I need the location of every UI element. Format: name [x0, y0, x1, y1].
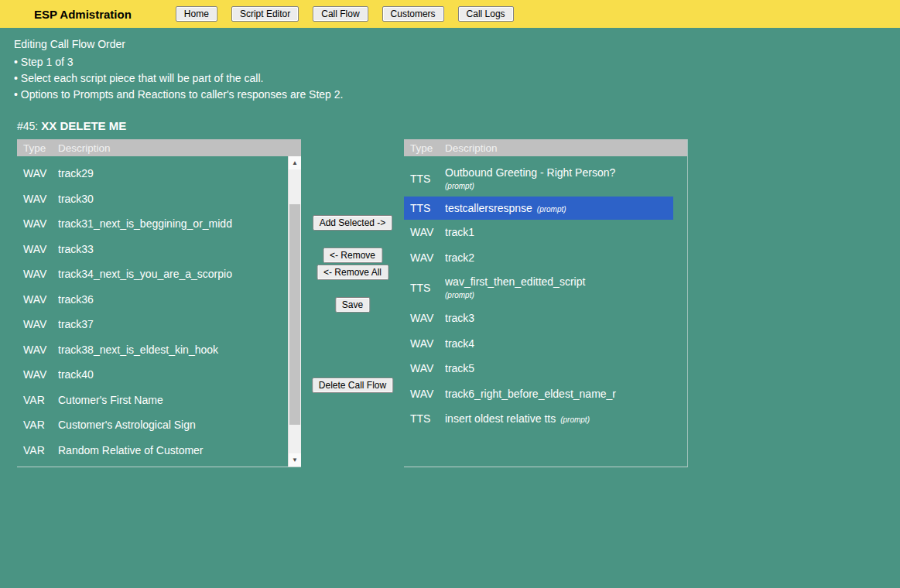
item-description: Random Relative of Customer: [58, 444, 288, 456]
item-type: WAV: [404, 337, 445, 350]
item-description: Outbound Greeting - Right Person?(prompt…: [445, 166, 687, 191]
app-title: ESP Admistration: [34, 8, 132, 21]
scroll-up-button[interactable]: ▲: [289, 156, 301, 169]
prompt-tag: (prompt): [537, 205, 566, 214]
list-item[interactable]: WAVtrack34_next_is_you_are_a_scorpio: [17, 262, 288, 287]
page-heading: Editing Call Flow Order: [14, 38, 900, 50]
arrow-up-icon: ▲: [292, 159, 298, 166]
scrollbar-thumb[interactable]: [289, 204, 300, 425]
list-item[interactable]: VARCutomer's First Name: [17, 388, 288, 413]
list-item[interactable]: WAVtrack3: [404, 306, 687, 331]
item-description: track2: [445, 251, 687, 264]
column-header-description: Description: [58, 142, 301, 154]
list-item[interactable]: WAVtrack40: [17, 362, 288, 388]
item-type: WAV: [17, 167, 58, 179]
item-description: insert oldest relative tts(prompt): [445, 412, 687, 425]
callflow-list-body: TTSOutbound Greeting - Right Person?(pro…: [404, 156, 687, 467]
flow-name: XX DELETE ME: [41, 119, 126, 132]
arrow-down-icon: ▼: [292, 456, 298, 463]
item-description: track37: [58, 318, 288, 330]
page-content: Editing Call Flow Order Step 1 of 3Selec…: [0, 28, 900, 467]
list-item[interactable]: WAVtrack6_right_before_eldest_name_r: [404, 381, 687, 407]
delete-call-flow-button[interactable]: Delete Call Flow: [312, 378, 393, 393]
list-item[interactable]: TTSwav_first_then_editted_script(prompt): [404, 270, 687, 306]
list-item[interactable]: WAVtrack2: [404, 245, 687, 271]
list-item[interactable]: WAVtrack4: [404, 331, 687, 357]
list-item[interactable]: VARCustomer's Astrological Sign: [17, 412, 288, 438]
column-header-type: Type: [404, 142, 445, 154]
list-item[interactable]: WAVtrack31_next_is_beggining_or_midd: [17, 211, 288, 237]
item-type: WAV: [17, 217, 58, 230]
item-description: track38_next_is_eldest_kin_hook: [58, 344, 288, 356]
item-type: WAV: [404, 251, 445, 264]
item-description: track33: [58, 243, 288, 255]
prompt-tag: (prompt): [445, 291, 474, 299]
list-item[interactable]: WAVtrack1: [404, 220, 687, 245]
instruction-item: Options to Prompts and Reactions to call…: [14, 87, 900, 103]
nav-call-logs-button[interactable]: Call Logs: [458, 6, 514, 22]
item-type: VAR: [17, 394, 58, 406]
item-type: WAV: [17, 368, 58, 381]
list-item[interactable]: WAVtrack37: [17, 312, 288, 337]
scroll-down-button[interactable]: ▼: [289, 453, 301, 467]
item-description: track1: [445, 226, 687, 238]
flow-number: #45:: [17, 120, 38, 132]
item-description: track4: [445, 337, 687, 350]
remove-all-button[interactable]: <- Remove All: [317, 265, 388, 280]
item-type: WAV: [17, 268, 58, 280]
prompt-tag: (prompt): [445, 182, 474, 190]
item-description: track5: [445, 362, 687, 374]
callflow-panel: Type Description TTSOutbound Greeting - …: [404, 139, 688, 467]
item-description: wav_first_then_editted_script(prompt): [445, 275, 687, 300]
item-description: testcallersrespnse(prompt): [445, 202, 673, 214]
action-buttons: Add Selected -> <- Remove <- Remove All …: [301, 139, 404, 467]
item-description: Customer's Astrological Sign: [58, 419, 288, 431]
remove-button[interactable]: <- Remove: [323, 248, 382, 263]
list-item[interactable]: WAVtrack36: [17, 287, 288, 313]
item-description: track34_next_is_you_are_a_scorpio: [58, 268, 288, 280]
list-item[interactable]: WAVtrack33: [17, 237, 288, 262]
nav-customers-button[interactable]: Customers: [382, 6, 444, 22]
instruction-item: Select each script piece that will be pa…: [14, 70, 900, 87]
item-description: track31_next_is_beggining_or_midd: [58, 217, 288, 230]
item-type: WAV: [404, 362, 445, 374]
item-description: track40: [58, 368, 288, 381]
item-type: WAV: [404, 226, 445, 238]
list-item[interactable]: TTStestcallersrespnse(prompt): [404, 197, 673, 220]
instruction-list: Step 1 of 3Select each script piece that…: [14, 54, 900, 103]
list-item[interactable]: VARRandom Relative of Customer: [17, 438, 288, 463]
topbar-nav: HomeScript EditorCall FlowCustomersCall …: [176, 6, 514, 22]
item-type: WAV: [17, 344, 58, 356]
available-header-row: Type Description: [17, 139, 301, 156]
callflow-header-row: Type Description: [404, 139, 687, 156]
item-description: Cutomer's First Name: [58, 394, 288, 406]
list-item[interactable]: TTSinsert oldest relative tts(prompt): [404, 406, 687, 432]
item-type: WAV: [404, 312, 445, 324]
instruction-item: Step 1 of 3: [14, 54, 900, 70]
prompt-tag: (prompt): [560, 415, 590, 424]
save-button[interactable]: Save: [335, 297, 370, 313]
item-description: track30: [58, 193, 288, 205]
available-list-scrollbar[interactable]: ▲ ▼: [288, 156, 301, 467]
list-item[interactable]: WAVtrack5: [404, 356, 687, 381]
item-type: TTS: [404, 202, 445, 214]
item-description: track29: [58, 167, 288, 179]
item-type: VAR: [17, 419, 58, 431]
add-selected-button[interactable]: Add Selected ->: [313, 215, 393, 231]
item-type: WAV: [17, 193, 58, 205]
column-header-type: Type: [17, 142, 58, 154]
nav-call-flow-button[interactable]: Call Flow: [313, 6, 368, 22]
list-item[interactable]: WAVtrack29: [17, 161, 288, 186]
list-item[interactable]: WAVtrack30: [17, 186, 288, 212]
item-type: TTS: [404, 173, 445, 185]
item-type: WAV: [404, 388, 445, 400]
flow-title: #45:XX DELETE ME: [17, 119, 900, 132]
available-scripts-panel: Type Description WAVtrack29WAVtrack30WAV…: [17, 139, 301, 467]
list-item[interactable]: TTSOutbound Greeting - Right Person?(pro…: [404, 161, 687, 197]
nav-script-editor-button[interactable]: Script Editor: [231, 6, 299, 22]
item-type: TTS: [404, 282, 445, 294]
panels: Type Description WAVtrack29WAVtrack30WAV…: [17, 139, 900, 467]
list-item[interactable]: WAVtrack38_next_is_eldest_kin_hook: [17, 337, 288, 363]
item-type: WAV: [17, 293, 58, 306]
nav-home-button[interactable]: Home: [176, 6, 217, 22]
